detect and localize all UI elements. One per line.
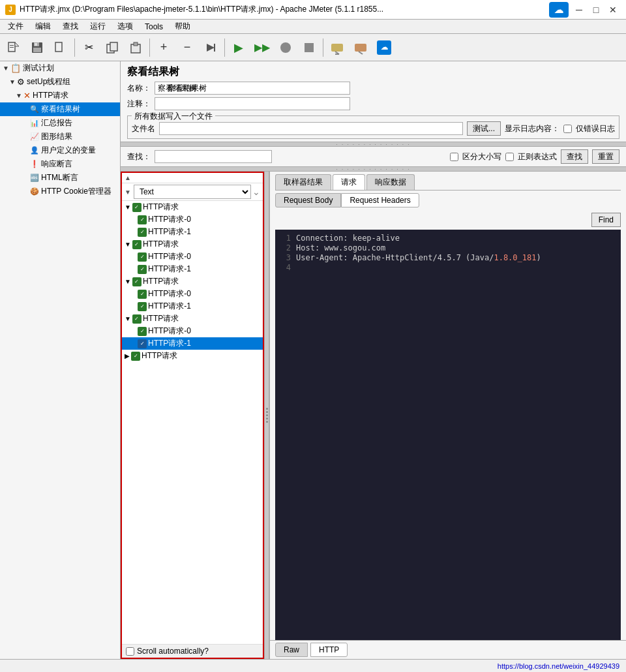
tree-item-assertion[interactable]: ❗ 响应断言 (0, 157, 120, 171)
expand-icon: ▼ (125, 315, 131, 322)
result-tree-scroll[interactable]: ▼ ✓ HTTP请求 ✓ HTTP请求-0 ✓ HTTP请求-1 ▼ (122, 201, 263, 644)
comment-label: 注释： (127, 99, 151, 110)
toolbar-start[interactable]: ▶ (228, 37, 250, 59)
toolbar-paste[interactable] (125, 37, 147, 59)
menu-file[interactable]: 文件 (3, 20, 29, 33)
expand-icon: ▼ (125, 278, 131, 285)
result-item[interactable]: ✓ HTTP请求-0 (122, 251, 263, 263)
scroll-auto-checkbox[interactable] (126, 647, 134, 656)
menu-find[interactable]: 查找 (57, 20, 83, 33)
comment-input[interactable] (155, 97, 350, 110)
maximize-button[interactable]: □ (588, 3, 604, 16)
menu-run[interactable]: 运行 (85, 20, 111, 33)
reset-button[interactable]: 重置 (592, 149, 619, 164)
horizontal-splitter[interactable] (264, 172, 269, 659)
tree-label: 用户定义的变量 (41, 145, 96, 156)
result-item[interactable]: ▼ ✓ HTTP请求 (122, 313, 263, 325)
tree-item-test-plan[interactable]: ▼ 📋 测试计划 (0, 61, 120, 75)
toolbar-azure[interactable]: ☁ (373, 37, 395, 59)
result-item[interactable]: ▼ ✓ HTTP请求 (122, 201, 263, 213)
tree-item-html-assertion[interactable]: 🔤 HTML断言 (0, 171, 120, 185)
result-item[interactable]: ▶ ✓ HTTP请求 (122, 350, 263, 362)
toolbar-remove[interactable]: − (176, 37, 198, 59)
toolbar-remote-stop[interactable] (350, 37, 372, 59)
case-sensitive-label: 区分大小写 (462, 151, 501, 162)
up-arrow-icon: ▲ (125, 174, 131, 181)
search-input[interactable] (155, 150, 272, 163)
menu-options[interactable]: 选项 (112, 20, 138, 33)
toolbar-start-no-pause[interactable]: ▶▶ (251, 37, 273, 59)
find-button[interactable]: 查找 (561, 149, 588, 164)
file-name-input[interactable] (159, 122, 463, 135)
dropdown-chevron-icon: ⌄ (252, 187, 260, 197)
expand-icon: ▼ (125, 204, 131, 211)
test-button[interactable]: 测试... (467, 121, 501, 136)
item-label: HTTP请求 (143, 202, 179, 213)
tree-item-user-vars[interactable]: 👤 用户定义的变量 (0, 144, 120, 157)
code-line-4: 4 (280, 263, 616, 272)
menu-edit[interactable]: 编辑 (30, 20, 56, 33)
graph-icon: 📈 (30, 132, 39, 141)
status-icon: ✓ (132, 240, 142, 249)
toolbar-shutdown[interactable] (298, 37, 320, 59)
tree-label: 察看结果树 (41, 104, 80, 115)
result-item-selected[interactable]: ✓ HTTP请求-1 (122, 337, 263, 350)
tree-item-http-request[interactable]: ▼ ✕ HTTP请求 (0, 89, 120, 102)
name-input[interactable] (155, 82, 350, 95)
regex-checkbox[interactable] (505, 153, 514, 161)
tab-sampler-result[interactable]: 取样器结果 (275, 174, 331, 190)
toolbar-new[interactable] (3, 37, 25, 59)
arrow-icon: ▼ (16, 92, 23, 99)
toolbar-remote-start[interactable] (326, 37, 348, 59)
minimize-button[interactable]: ─ (571, 3, 587, 16)
svg-rect-17 (331, 44, 343, 52)
sub-tab-raw[interactable]: Raw (275, 643, 308, 657)
toolbar-stop[interactable] (275, 37, 297, 59)
tab-request[interactable]: 请求 (333, 174, 365, 191)
only-error-checkbox[interactable] (563, 125, 572, 133)
result-item[interactable]: ✓ HTTP请求-0 (122, 288, 263, 300)
result-item[interactable]: ▼ ✓ HTTP请求 (122, 238, 263, 251)
tree-item-setup-thread[interactable]: ▼ ⚙ setUp线程组 (0, 75, 120, 89)
menu-tools[interactable]: Tools (140, 21, 168, 33)
code-line-3: 3 User-Agent: Apache-HttpClient/4.5.7 (J… (280, 253, 616, 262)
display-log-label: 显示日志内容： (505, 123, 559, 134)
result-item[interactable]: ✓ HTTP请求-1 (122, 263, 263, 275)
result-item[interactable]: ✓ HTTP请求-1 (122, 300, 263, 313)
toolbar-sep-1 (74, 38, 75, 57)
svg-point-15 (280, 42, 291, 53)
toolbar-copy[interactable] (101, 37, 123, 59)
tab-response-data[interactable]: 响应数据 (366, 174, 415, 190)
result-item[interactable]: ✓ HTTP请求-1 (122, 226, 263, 238)
svg-rect-12 (134, 42, 138, 46)
toolbar-save[interactable] (26, 37, 48, 59)
menu-help[interactable]: 帮助 (170, 20, 196, 33)
down-arrow-icon: ▼ (125, 189, 131, 196)
tree-item-summary[interactable]: 📊 汇总报告 (0, 116, 120, 130)
toolbar-sep-3 (224, 38, 225, 57)
main-layout: ▼ 📋 测试计划 ▼ ⚙ setUp线程组 ▼ ✕ HTTP请求 🔍 察看结果树… (0, 61, 626, 659)
arrow-icon: ▼ (9, 78, 17, 85)
sub-tab-request-body[interactable]: Request Body (275, 193, 341, 207)
toolbar-sep-4 (323, 38, 323, 57)
sub-tab-request-headers[interactable]: Request Headers (341, 193, 419, 207)
toolbar-add[interactable]: + (153, 37, 175, 59)
find-button[interactable]: Find (591, 213, 621, 227)
toolbar-expand[interactable] (200, 37, 222, 59)
toolbar-revert[interactable] (50, 37, 72, 59)
item-label: HTTP请求 (143, 313, 179, 324)
case-sensitive-checkbox[interactable] (450, 153, 458, 161)
tree-item-result-tree[interactable]: 🔍 察看结果树 (0, 102, 120, 116)
comment-row: 注释： (127, 97, 619, 110)
result-item[interactable]: ✓ HTTP请求-0 (122, 213, 263, 226)
result-item[interactable]: ✓ HTTP请求-0 (122, 325, 263, 337)
tree-item-cookie[interactable]: 🍪 HTTP Cookie管理器 (0, 185, 120, 198)
result-item[interactable]: ▼ ✓ HTTP请求 (122, 275, 263, 288)
divider-2: · · · · · · · · · · · · · · (121, 166, 626, 172)
close-button[interactable]: ✕ (605, 3, 621, 16)
result-type-dropdown[interactable]: Text JSON XML HTML (134, 185, 251, 199)
toolbar-cut[interactable]: ✂ (78, 37, 100, 59)
tree-item-graph[interactable]: 📈 图形结果 (0, 130, 120, 144)
sub-tab-http[interactable]: HTTP (310, 643, 348, 657)
test-plan-icon: 📋 (10, 63, 21, 73)
